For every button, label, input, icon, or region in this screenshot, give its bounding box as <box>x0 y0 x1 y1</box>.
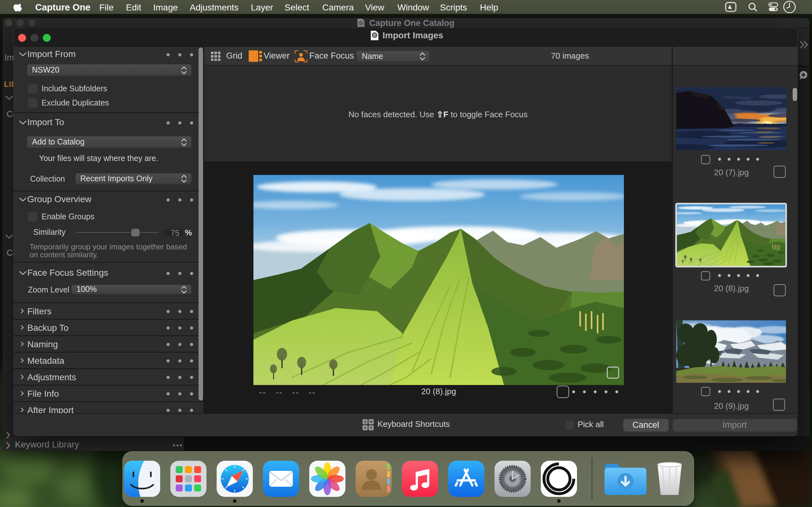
svg-text:S: S <box>370 426 372 430</box>
svg-text:A: A <box>364 426 366 430</box>
svg-text:Q: Q <box>364 420 367 424</box>
svg-text:W: W <box>369 420 373 424</box>
